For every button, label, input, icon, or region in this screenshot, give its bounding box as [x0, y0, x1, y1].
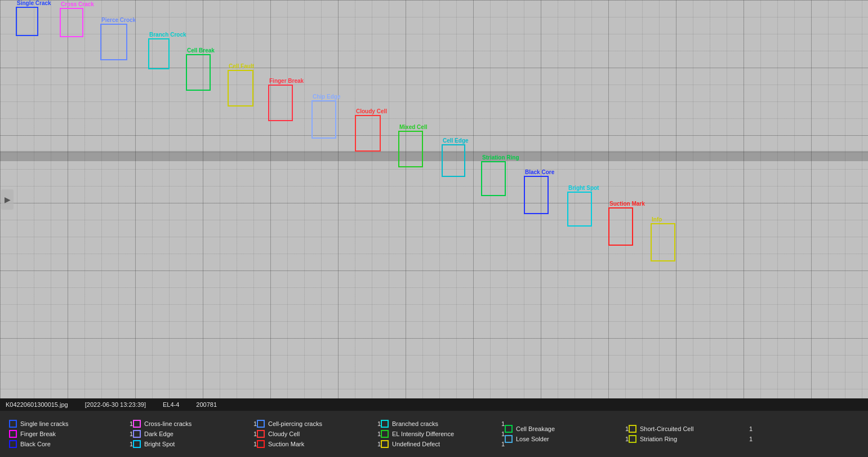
- legend-swatch: [9, 440, 17, 448]
- legend-swatch: [9, 420, 17, 428]
- legend-swatch: [133, 440, 141, 448]
- legend-count: 1: [620, 425, 629, 432]
- legend-label-text: EL Intensity Difference: [392, 431, 492, 437]
- legend-count: 1: [744, 425, 753, 432]
- detection-box: Cell Fault: [228, 70, 253, 107]
- legend-label-text: Bright Spot: [144, 441, 244, 447]
- legend-item: Short-Circuited Cell1: [629, 425, 753, 433]
- legend-label-text: Branched cracks: [392, 420, 492, 427]
- detection-label: Suction Mark: [609, 201, 645, 207]
- legend-swatch: [257, 420, 265, 428]
- legend-swatch: [381, 420, 389, 428]
- legend-column: Cross-line cracks1Dark Edge1Bright Spot1: [133, 420, 257, 448]
- detection-box: Cell Break: [186, 54, 211, 91]
- grid-background: [0, 0, 868, 398]
- legend-count: 1: [124, 431, 133, 437]
- legend-item: Cell-piercing cracks1: [257, 420, 381, 428]
- legend-column: Cell Breakage1Lose Solder1: [505, 425, 629, 443]
- arrow-icon: ▶: [5, 195, 11, 204]
- legend-column: Cell-piercing cracks1Cloudy Cell1Suction…: [257, 420, 381, 448]
- detection-label: Finger Break: [269, 78, 304, 84]
- legend-item: Finger Break1: [9, 430, 133, 438]
- legend-swatch: [381, 440, 389, 448]
- legend-count: 1: [372, 431, 381, 437]
- legend-item: Lose Solder1: [505, 435, 629, 443]
- detection-label: Info: [652, 216, 662, 223]
- legend-count: 1: [248, 431, 257, 437]
- legend-label-text: Black Core: [20, 441, 121, 447]
- detection-label: Cell Fault: [229, 63, 254, 69]
- detection-box: Striation Ring: [481, 161, 506, 196]
- detection-box: Branch Crock: [148, 38, 170, 69]
- main-container: ▶ Single CrackCross CrackPierce CrockBra…: [0, 0, 868, 457]
- filename: K04220601300015.jpg: [6, 401, 68, 408]
- legend-count: 1: [496, 420, 505, 427]
- legend-item: Cross-line cracks1: [133, 420, 257, 428]
- legend-label-text: Lose Solder: [516, 436, 616, 442]
- legend-item: Cloudy Cell1: [257, 430, 381, 438]
- legend-swatch: [257, 430, 265, 438]
- legend-item: EL Intensity Difference1: [381, 430, 505, 438]
- detection-label: Bright Spot: [568, 185, 599, 191]
- detection-label: Striation Ring: [482, 154, 519, 161]
- left-arrow-button[interactable]: ▶: [1, 189, 14, 210]
- detection-box: Cell Edge: [442, 144, 465, 177]
- detection-label: Black Core: [525, 169, 554, 175]
- legend-item: Bright Spot1: [133, 440, 257, 448]
- legend-count: 1: [124, 441, 133, 447]
- legend-swatch: [133, 430, 141, 438]
- legend-count: 1: [620, 436, 629, 442]
- legend-count: 1: [248, 441, 257, 447]
- legend-column: Single line cracks1Finger Break1Black Co…: [9, 420, 133, 448]
- legend-label-text: Cloudy Cell: [268, 431, 368, 437]
- legend-label-text: Cross-line cracks: [144, 420, 244, 427]
- detection-label: Branch Crock: [149, 32, 186, 38]
- legend-bar: Single line cracks1Finger Break1Black Co…: [0, 411, 868, 457]
- detection-label: Chip Edge: [313, 94, 340, 100]
- legend-item: Cell Breakage1: [505, 425, 629, 433]
- image-id: 200781: [196, 401, 217, 408]
- legend-swatch: [9, 430, 17, 438]
- detection-box: Mixed Cell: [398, 131, 423, 167]
- legend-label-text: Undefined Defect: [392, 441, 492, 447]
- legend-count: 1: [248, 420, 257, 427]
- detection-box: Suction Mark: [608, 207, 633, 246]
- legend-swatch: [505, 435, 513, 443]
- legend-count: 1: [372, 441, 381, 447]
- detection-label: Cell Break: [187, 47, 215, 54]
- detection-box: Black Core: [524, 176, 549, 214]
- detection-box: Bright Spot: [567, 192, 592, 227]
- legend-item: Branched cracks1: [381, 420, 505, 428]
- legend-count: 1: [372, 420, 381, 427]
- legend-label-text: Single line cracks: [20, 420, 121, 427]
- detection-label: Cloudy Cell: [356, 108, 387, 114]
- legend-label-text: Finger Break: [20, 431, 121, 437]
- legend-item: Striation Ring1: [629, 435, 753, 443]
- legend-label-text: Dark Edge: [144, 431, 244, 437]
- horizontal-stripe: [0, 151, 868, 161]
- legend-item: Single line cracks1: [9, 420, 133, 428]
- detection-box: Single Crack: [16, 7, 38, 36]
- legend-label-text: Cell Breakage: [516, 425, 616, 432]
- legend-item: Suction Mark1: [257, 440, 381, 448]
- detection-box: Chip Edge: [311, 100, 336, 139]
- legend-swatch: [629, 425, 636, 433]
- legend-label-text: Short-Circuited Cell: [640, 425, 740, 432]
- legend-label-text: Suction Mark: [268, 441, 368, 447]
- legend-label-text: Cell-piercing cracks: [268, 420, 368, 427]
- detection-label: Pierce Crock: [101, 17, 136, 23]
- legend-swatch: [629, 435, 636, 443]
- detection-label: Cross Crack: [61, 1, 94, 7]
- detection-label: Mixed Cell: [399, 124, 427, 130]
- legend-item: Undefined Defect1: [381, 440, 505, 448]
- legend-label-text: Striation Ring: [640, 436, 740, 442]
- image-area: ▶ Single CrackCross CrackPierce CrockBra…: [0, 0, 868, 398]
- detection-box: Cross Crack: [60, 8, 83, 37]
- legend-count: 1: [496, 431, 505, 437]
- legend-item: Black Core1: [9, 440, 133, 448]
- detection-label: Cell Edge: [443, 137, 469, 144]
- legend-column: Branched cracks1EL Intensity Difference1…: [381, 420, 505, 448]
- status-bar: K04220601300015.jpg [2022-06-30 13:23:39…: [0, 398, 868, 411]
- legend-column: Short-Circuited Cell1Striation Ring1: [629, 425, 753, 443]
- legend-item: Dark Edge1: [133, 430, 257, 438]
